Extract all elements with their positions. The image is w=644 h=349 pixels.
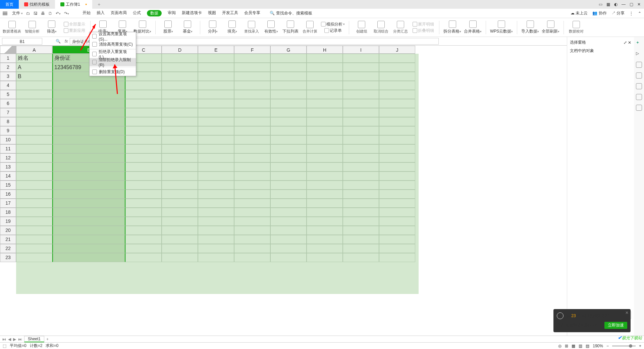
chevron-up[interactable]: ⌃ [638,11,641,16]
cell-F17[interactable] [234,199,270,208]
cell-D18[interactable] [162,208,198,217]
cloud-status[interactable]: ☁ 未上云 [571,10,588,16]
cell-H21[interactable] [307,235,343,244]
cell-F16[interactable] [234,190,270,199]
pane-close-icon[interactable]: ✕ [628,40,631,45]
cell-C18[interactable] [125,208,162,217]
cell-B15[interactable] [52,181,125,190]
cell-C13[interactable] [125,162,162,171]
btn-groupdel[interactable]: 取消组合 [373,21,389,34]
row-header-14[interactable]: 14 [0,171,16,181]
btn-valid[interactable]: 有效性▾ [263,20,279,34]
cell-F7[interactable] [234,108,270,117]
pane-pin-icon[interactable]: ⤢ [624,40,627,45]
row-header-3[interactable]: 3 [0,72,16,81]
cell-J14[interactable] [379,171,415,181]
row-header-5[interactable]: 5 [0,90,16,99]
cell-D20[interactable] [162,226,198,235]
col-header-J[interactable]: J [379,46,415,54]
cell-B10[interactable] [52,135,125,144]
cell-F1[interactable] [234,54,270,63]
maximize-icon[interactable]: ▢ [630,2,633,7]
cell-F13[interactable] [234,162,270,171]
cell-E4[interactable] [198,81,234,90]
cell-A13[interactable] [16,162,52,171]
cell-E17[interactable] [198,199,234,208]
cell-J2[interactable] [379,63,415,72]
side-star-icon[interactable]: ✦ [636,40,642,46]
cell-I3[interactable] [343,72,379,81]
cell-F18[interactable] [234,208,270,217]
row-header-16[interactable]: 16 [0,190,16,199]
cell-G20[interactable] [270,226,307,235]
user-icon[interactable]: ◐ [614,2,618,7]
cell-A17[interactable] [16,199,52,208]
cell-I9[interactable] [343,126,379,135]
cell-A4[interactable] [16,81,52,90]
cell-A8[interactable] [16,117,52,126]
tab-pagelayout[interactable]: 页面布局 [111,10,127,16]
col-header-I[interactable]: I [343,46,379,54]
cell-C16[interactable] [125,190,162,199]
side-tool4[interactable] [636,83,642,89]
zoom-in[interactable]: + [639,344,641,348]
cell-J17[interactable] [379,199,415,208]
menu-clear-reject[interactable]: 清除拒绝录入限制(R) [90,58,136,66]
btn-expand[interactable]: 展开明细折叠明细 [412,21,435,34]
cell-E21[interactable] [198,235,234,244]
cell-E22[interactable] [198,244,234,253]
cell-B9[interactable] [52,126,125,135]
cell-A15[interactable] [16,181,52,190]
cell-B17[interactable] [52,199,125,208]
tab-custom[interactable]: 新建选项卡 [182,10,202,16]
cell-H9[interactable] [307,126,343,135]
cell-G5[interactable] [270,90,307,99]
row-header-19[interactable]: 19 [0,217,16,226]
cell-A3[interactable]: B [16,72,52,81]
cell-H6[interactable] [307,99,343,108]
cell-D6[interactable] [162,99,198,108]
cell-J19[interactable] [379,217,415,226]
cell-D7[interactable] [162,108,198,117]
cell-A22[interactable] [16,244,52,253]
cell-F20[interactable] [234,226,270,235]
cell-G14[interactable] [270,171,307,181]
cell-E1[interactable] [198,54,234,63]
cell-J18[interactable] [379,208,415,217]
menu-clear-highlight[interactable]: 清除高亮重复项(C) [90,40,136,48]
hamburger-icon[interactable] [3,12,7,15]
cell-G11[interactable] [270,144,307,153]
menu-set-highlight[interactable]: 设置高亮重复项(S)... [90,32,136,40]
cell-I5[interactable] [343,90,379,99]
cell-F23[interactable] [234,253,270,262]
cell-G13[interactable] [270,162,307,171]
cell-F11[interactable] [234,144,270,153]
row-header-7[interactable]: 7 [0,108,16,117]
cell-A20[interactable] [16,226,52,235]
btn-mergetbl[interactable]: 合并表格▾ [464,20,482,34]
cell-A14[interactable] [16,171,52,181]
col-header-H[interactable]: H [307,46,343,54]
cell-G6[interactable] [270,99,307,108]
row-header-8[interactable]: 8 [0,117,16,126]
cell-I14[interactable] [343,171,379,181]
cell-C8[interactable] [125,117,162,126]
cell-J10[interactable] [379,135,415,144]
qa-undo[interactable]: ↶▾ [56,11,61,16]
btn-refresh[interactable]: 全部刷新▾ [542,20,559,34]
cell-B23[interactable] [52,253,125,262]
cell-A12[interactable] [16,153,52,162]
cell-J1[interactable] [379,54,415,63]
cell-B12[interactable] [52,153,125,162]
cell-C23[interactable] [125,253,162,262]
cell-H15[interactable] [307,181,343,190]
cell-E12[interactable] [198,153,234,162]
cell-I7[interactable] [343,108,379,117]
menu-delete-dup[interactable]: 删除重复项(D) [90,68,136,76]
status-icon2[interactable]: ⊞ [565,344,568,348]
cell-H1[interactable] [307,54,343,63]
row-header-12[interactable]: 12 [0,153,16,162]
cell-A16[interactable] [16,190,52,199]
cell-C6[interactable] [125,99,162,108]
btn-verify[interactable]: 数据校对 [568,21,585,34]
